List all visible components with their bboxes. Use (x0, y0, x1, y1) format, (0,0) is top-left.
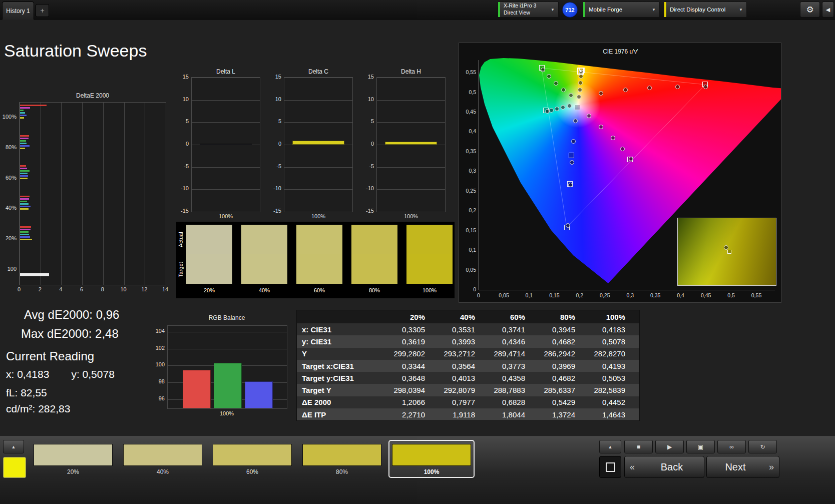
chevron-down-icon: ▼ (547, 8, 558, 12)
table-cell: 1,8044 (489, 410, 539, 419)
bar (20, 203, 29, 205)
axis-tick-label: 10 (361, 96, 374, 102)
add-tab-button[interactable]: + (36, 4, 49, 17)
table-row-label: Target x:CIE31 (297, 362, 389, 370)
play-button[interactable]: ▶ (655, 440, 684, 453)
deltae2000-chart: DeltaE 2000 100%80%60%40%20%100 02468101… (0, 90, 172, 302)
axis-tick-label: 96 (150, 395, 165, 401)
bar (20, 115, 27, 116)
stop-measurement-button[interactable] (599, 456, 621, 478)
table-cell: 1,3724 (539, 410, 589, 419)
axis-tick-label: -15 (269, 208, 281, 214)
display-control-dropdown[interactable]: Direct Display Control ▼ (664, 2, 747, 18)
next-button[interactable]: Next » (706, 456, 779, 478)
axis-tick-label: 5 (269, 118, 281, 124)
bar (292, 141, 344, 145)
patch-column: 100% (406, 225, 453, 296)
gridline (20, 103, 20, 285)
axis-tick-label: -5 (176, 163, 189, 169)
measured-marker (571, 139, 576, 144)
actual-patch (241, 225, 287, 254)
frame-button[interactable]: ▣ (686, 440, 715, 453)
color-patch-button[interactable]: 60% (209, 440, 295, 478)
measured-marker (561, 88, 566, 92)
color-patch-button[interactable]: 20% (30, 440, 116, 478)
table-header-cell: 60% (489, 313, 539, 321)
infinity-icon: ∞ (729, 443, 734, 450)
axis-tick-label: 80% (0, 144, 17, 150)
rgb-balance-chart: RGB Balance 1041021009896 100% (150, 314, 291, 421)
bar (20, 206, 31, 207)
color-patch-button[interactable]: 100% (388, 440, 475, 478)
table-cell: 288,7883 (489, 386, 539, 394)
actual-patch (296, 225, 342, 254)
table-header-cell: 80% (539, 313, 589, 321)
next-button-label: Next (707, 461, 764, 473)
measured-marker (573, 119, 578, 123)
bar (20, 236, 30, 238)
bar (20, 117, 24, 119)
rgb_balance-plot (167, 325, 287, 409)
table-cell: 299,2802 (389, 349, 439, 358)
bar (183, 370, 211, 408)
chart-title: Delta C (284, 68, 353, 75)
color-chip (392, 444, 471, 466)
table-cell: 0,7977 (439, 398, 489, 406)
gridline (284, 145, 352, 145)
meter-count-badge[interactable]: 712 (562, 2, 578, 18)
color-patch-button[interactable]: 40% (120, 440, 206, 478)
axis-tick-label: 100% (191, 213, 260, 219)
continuous-read-button[interactable]: ∞ (717, 440, 746, 453)
y-reading: y: 0,5078 (71, 368, 114, 380)
color-patch-label: 40% (157, 468, 169, 475)
expand-right-panel-button[interactable]: ▲ (599, 440, 621, 453)
bar (20, 229, 31, 230)
table-cell: 286,2942 (539, 349, 589, 358)
tab-history-1[interactable]: History 1 (2, 2, 34, 20)
axis-tick-label: 4 (59, 286, 62, 292)
axis-tick-label: 102 (150, 345, 165, 351)
gridline (284, 122, 352, 123)
gridline (168, 332, 287, 332)
axis-tick-label: 100% (376, 213, 446, 219)
back-button[interactable]: « Back (624, 456, 704, 478)
axis-tick-label: 2 (39, 286, 42, 292)
measured-marker (570, 160, 574, 165)
chart-title: Delta H (376, 68, 446, 75)
meter-dropdown[interactable]: X-Rite i1Pro 3 Direct View ▼ (498, 2, 559, 18)
stop-button[interactable]: ■ (624, 440, 653, 453)
play-icon: ▶ (667, 443, 672, 450)
xy-reading: x: 0,4183 y: 0,5078 (6, 368, 115, 380)
axis-tick-label: 15 (361, 74, 374, 80)
up-arrow-icon: ▲ (12, 444, 16, 449)
actual-patch (406, 225, 453, 254)
color-patch-button[interactable]: 80% (299, 440, 385, 478)
measured-marker (577, 95, 581, 99)
gridline (145, 103, 145, 285)
settings-button[interactable]: ⚙ (800, 2, 820, 18)
pattern-source-dropdown[interactable]: Mobile Forge ▼ (583, 2, 660, 18)
bottom-bar: ▲ 20%40%60%80%100% ▲ ■ ▶ ▣ ∞ ↻ « Back Ne… (0, 436, 835, 504)
color-patch-label: 60% (246, 468, 258, 475)
measured-marker (623, 88, 628, 92)
delta_c-plot (284, 77, 353, 212)
gear-icon: ⚙ (806, 5, 813, 15)
table-cell: 282,5839 (589, 386, 639, 394)
expand-left-panel-button[interactable]: ▲ (3, 440, 24, 453)
table-cell: 0,4452 (589, 398, 639, 406)
collapse-panel-button[interactable]: ◀ (822, 2, 834, 18)
delta_l-ylabels: 151050-5-10-15 (176, 77, 189, 211)
loop-button[interactable]: ↻ (748, 440, 777, 453)
axis-tick-label: 10 (120, 286, 126, 292)
bar (20, 231, 29, 233)
gridline (284, 100, 352, 101)
target-patch (351, 254, 397, 284)
table-cell: 0,3648 (389, 374, 439, 382)
table-row: ΔE ITP2,27101,91181,80441,37241,4643 (297, 408, 639, 420)
axis-tick-label: 60% (0, 175, 17, 181)
table-cell: 0,4682 (539, 337, 589, 346)
delta_c-ylabels: 151050-5-10-15 (269, 77, 281, 211)
table-row: Target y:CIE310,36480,40130,43580,46820,… (297, 372, 639, 384)
table-cell: 0,6828 (489, 398, 539, 406)
axis-tick-label: -10 (269, 185, 281, 191)
